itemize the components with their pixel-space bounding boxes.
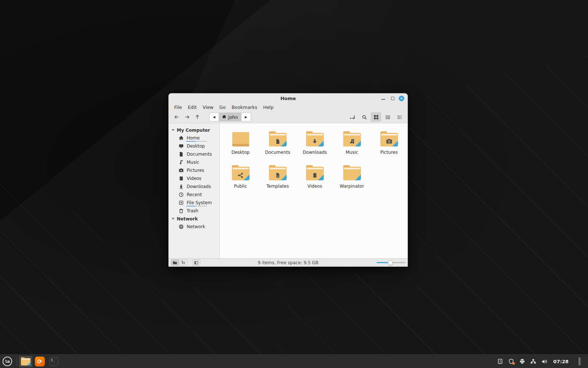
breadcrumb-current-location[interactable]: john bbox=[219, 113, 241, 121]
clock[interactable]: 07:28 bbox=[553, 359, 569, 364]
file-label: Documents bbox=[265, 150, 290, 155]
menu-bookmarks[interactable]: Bookmarks bbox=[229, 104, 260, 111]
pictures-folder-icon bbox=[380, 131, 398, 146]
window-controls: ✕ bbox=[380, 93, 404, 103]
sidebar-item-desktop[interactable]: Desktop bbox=[169, 142, 219, 150]
location-entry-toggle-icon[interactable] bbox=[347, 112, 358, 122]
compact-view-button[interactable] bbox=[394, 112, 405, 122]
sidebar-toggle-button[interactable] bbox=[192, 259, 200, 266]
update-available-dot bbox=[512, 362, 515, 365]
file-grid: DesktopDocumentsDownloadsMusicPicturesPu… bbox=[220, 123, 408, 189]
trash-icon bbox=[179, 208, 184, 213]
sidebar-section-my-computer[interactable]: My Computer bbox=[169, 126, 219, 134]
search-icon[interactable] bbox=[359, 112, 369, 122]
filesystem-icon bbox=[179, 200, 184, 205]
sidebar-item-recent[interactable]: Recent bbox=[169, 191, 219, 199]
file-label: Music bbox=[345, 150, 358, 155]
taskbar-separator bbox=[17, 357, 17, 366]
expander-icon[interactable] bbox=[172, 129, 175, 131]
zoom-slider[interactable] bbox=[377, 260, 405, 265]
maximize-button[interactable] bbox=[390, 95, 395, 101]
disk-usage-bar bbox=[186, 206, 207, 206]
disk-usage-bar bbox=[186, 141, 207, 142]
file-item-warpinator[interactable]: Warpinator bbox=[335, 162, 369, 189]
menu-view[interactable]: View bbox=[200, 104, 216, 111]
sidebar-item-trash[interactable]: Trash bbox=[169, 207, 219, 215]
plain-folder-icon bbox=[343, 165, 361, 180]
minimize-button[interactable] bbox=[380, 95, 386, 101]
sidebar-item-downloads[interactable]: Downloads bbox=[169, 183, 219, 191]
breadcrumb-next-arrow[interactable]: ▶ bbox=[241, 113, 251, 121]
sidebar-item-documents[interactable]: Documents bbox=[169, 150, 219, 158]
file-item-downloads[interactable]: Downloads bbox=[298, 128, 332, 155]
file-view[interactable]: DesktopDocumentsDownloadsMusicPicturesPu… bbox=[220, 123, 408, 258]
list-view-button[interactable] bbox=[383, 112, 393, 122]
printer-icon[interactable] bbox=[519, 358, 526, 365]
file-item-videos[interactable]: Videos bbox=[298, 162, 332, 189]
documents-icon bbox=[179, 152, 184, 157]
sidebar-item-music[interactable]: Music bbox=[169, 158, 219, 166]
sidebar-item-pictures[interactable]: Pictures bbox=[169, 166, 219, 174]
sidebar-item-label: Music bbox=[187, 160, 199, 165]
sidebar-item-label: Videos bbox=[187, 176, 201, 181]
sidebar-item-label: Pictures bbox=[187, 168, 204, 173]
toolbar: ◀ john ▶ bbox=[169, 111, 408, 123]
downloads-folder-icon bbox=[306, 131, 324, 146]
menu-edit[interactable]: Edit bbox=[185, 104, 200, 111]
file-item-public[interactable]: Public bbox=[223, 162, 258, 189]
sidebar-mode-buttons bbox=[171, 259, 200, 266]
shield-update-icon[interactable] bbox=[508, 358, 514, 365]
sidebar-item-file-system[interactable]: File System bbox=[169, 199, 219, 207]
menubar: FileEditViewGoBookmarksHelp bbox=[169, 103, 408, 111]
file-item-desktop[interactable]: Desktop bbox=[223, 128, 258, 155]
file-item-music[interactable]: Music bbox=[335, 128, 369, 155]
titlebar[interactable]: Home ✕ bbox=[169, 93, 408, 103]
menu-help[interactable]: Help bbox=[260, 104, 277, 111]
file-label: Public bbox=[234, 184, 247, 189]
file-label: Pictures bbox=[380, 150, 398, 155]
menu-go[interactable]: Go bbox=[216, 104, 229, 111]
sidebar-item-label: Documents bbox=[187, 152, 212, 157]
window-title: Home bbox=[169, 96, 408, 101]
file-item-templates[interactable]: Templates bbox=[261, 162, 295, 189]
network-tray-icon[interactable] bbox=[530, 358, 537, 365]
sidebar-item-home[interactable]: Home bbox=[169, 134, 219, 142]
window-body: My ComputerHomeDesktopDocumentsMusicPict… bbox=[169, 123, 408, 258]
section-label: Network bbox=[177, 216, 198, 222]
downloads-icon bbox=[179, 184, 184, 189]
mint-logo-icon: lm bbox=[3, 357, 12, 366]
file-label: Downloads bbox=[303, 150, 327, 155]
breadcrumb-prev-arrow[interactable]: ◀ bbox=[209, 113, 219, 121]
taskbar-firefox[interactable]: ⟳ bbox=[33, 356, 46, 367]
sidebar-item-label: Recent bbox=[187, 192, 202, 197]
taskbar-terminal[interactable]: $_ bbox=[47, 356, 60, 367]
folder-icon bbox=[21, 357, 31, 365]
grid-view-button[interactable] bbox=[371, 112, 381, 122]
back-button[interactable] bbox=[172, 112, 182, 122]
music-icon bbox=[179, 160, 184, 165]
file-item-documents[interactable]: Documents bbox=[261, 128, 295, 155]
close-button[interactable]: ✕ bbox=[399, 96, 404, 101]
forward-button[interactable] bbox=[182, 112, 192, 122]
up-button[interactable] bbox=[192, 112, 202, 122]
mint-menu-button[interactable]: lm bbox=[0, 355, 15, 368]
templates-folder-icon bbox=[269, 165, 287, 180]
show-desktop-strip[interactable] bbox=[578, 357, 581, 365]
file-item-pictures[interactable]: Pictures bbox=[372, 128, 406, 155]
music-folder-icon bbox=[343, 131, 361, 146]
desktop-folder-icon bbox=[232, 131, 250, 146]
places-toggle-button[interactable] bbox=[171, 259, 179, 266]
sidebar-section-network[interactable]: Network bbox=[169, 215, 219, 223]
sidebar-item-videos[interactable]: Videos bbox=[169, 174, 219, 183]
expander-icon[interactable] bbox=[172, 218, 175, 220]
home-icon bbox=[222, 114, 226, 120]
volume-icon[interactable] bbox=[541, 358, 548, 365]
file-label: Videos bbox=[308, 184, 322, 189]
toolbar-right-group bbox=[347, 112, 405, 122]
report-icon[interactable] bbox=[497, 358, 503, 365]
menu-file[interactable]: File bbox=[171, 104, 185, 111]
treeview-toggle-button[interactable] bbox=[179, 259, 187, 266]
zoom-slider-thumb[interactable] bbox=[388, 260, 393, 265]
sidebar-item-network[interactable]: Network bbox=[169, 223, 219, 231]
taskbar-file-manager[interactable] bbox=[19, 356, 32, 367]
